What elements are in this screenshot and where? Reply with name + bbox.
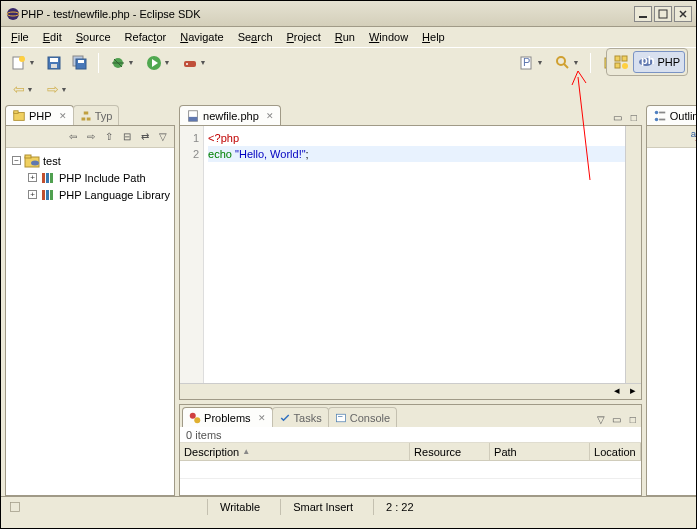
php-perspective-label: PHP <box>657 56 680 68</box>
tree-lang-library[interactable]: + PHP Language Library <box>10 186 170 203</box>
tasks-icon <box>279 412 291 424</box>
php-explorer-tab[interactable]: PHP ✕ <box>5 105 74 125</box>
problems-tab-close[interactable]: ✕ <box>258 413 266 423</box>
svg-rect-13 <box>78 60 84 63</box>
nav-toolbar: ⇦▼ ⇨▼ <box>1 77 696 101</box>
expander-minus-icon[interactable]: − <box>12 156 21 165</box>
outline-tab[interactable]: Outline <box>646 105 697 125</box>
status-bar: Writable Smart Insert 2 : 22 <box>1 496 696 516</box>
svg-point-53 <box>194 417 200 423</box>
svg-point-20 <box>186 63 188 65</box>
project-label: test <box>43 155 61 167</box>
php-tab-icon <box>12 109 26 123</box>
svg-text:P: P <box>523 56 530 68</box>
view-menu-icon[interactable]: ▽ <box>155 129 171 145</box>
menu-run[interactable]: Run <box>329 29 361 45</box>
php-tab-close[interactable]: ✕ <box>59 111 67 121</box>
svg-rect-38 <box>83 111 88 114</box>
svg-line-24 <box>564 64 568 68</box>
svg-rect-47 <box>42 190 45 200</box>
php-icon: php <box>638 54 654 70</box>
menu-project[interactable]: Project <box>281 29 327 45</box>
external-tools-button[interactable]: ▼ <box>178 52 210 74</box>
include-path-label: PHP Include Path <box>59 172 146 184</box>
new-button[interactable]: ▼ <box>7 52 39 74</box>
svg-point-7 <box>19 56 25 62</box>
back-nav-icon[interactable]: ⇦ <box>65 129 81 145</box>
problems-maximize-icon[interactable]: □ <box>625 411 641 427</box>
link-editor-icon[interactable]: ⇄ <box>137 129 153 145</box>
status-cursor-position: 2 : 22 <box>373 499 426 515</box>
outline-toolbar: az ▽ <box>647 126 697 148</box>
table-row <box>180 461 641 479</box>
svg-rect-44 <box>42 173 45 183</box>
back-button[interactable]: ⇦▼ <box>7 78 39 100</box>
vertical-scrollbar[interactable] <box>625 126 641 383</box>
tree-include-path[interactable]: + PHP Include Path <box>10 169 170 186</box>
php-file-icon <box>186 109 200 123</box>
menu-bar: File Edit Source Refactor Navigate Searc… <box>1 27 696 47</box>
view-menu-icon[interactable]: ▽ <box>593 411 609 427</box>
editor-maximize-icon[interactable]: □ <box>626 109 642 125</box>
open-perspective-button[interactable] <box>609 52 633 72</box>
php-perspective-button[interactable]: php PHP <box>633 51 685 73</box>
library-icon <box>40 188 56 202</box>
close-button[interactable] <box>674 6 692 22</box>
code-editor[interactable]: 1 2 <?php echo "Hello, World!"; <box>180 126 641 383</box>
menu-file[interactable]: File <box>5 29 35 45</box>
forward-button[interactable]: ⇨▼ <box>41 78 73 100</box>
tree-project[interactable]: − test <box>10 152 170 169</box>
line-gutter: 1 2 <box>180 126 204 383</box>
type-hierarchy-tab[interactable]: Typ <box>73 105 120 125</box>
svg-rect-49 <box>50 190 53 200</box>
menu-help[interactable]: Help <box>416 29 451 45</box>
expander-plus-icon[interactable]: + <box>28 173 37 182</box>
menu-navigate[interactable]: Navigate <box>174 29 229 45</box>
type-tab-icon <box>80 110 92 122</box>
svg-rect-51 <box>189 116 198 120</box>
svg-point-33 <box>622 63 628 69</box>
up-nav-icon[interactable]: ⇧ <box>101 129 117 145</box>
forward-nav-icon[interactable]: ⇨ <box>83 129 99 145</box>
maximize-button[interactable] <box>654 6 672 22</box>
collapse-all-icon[interactable]: ⊟ <box>119 129 135 145</box>
menu-window[interactable]: Window <box>363 29 414 45</box>
tasks-tab[interactable]: Tasks <box>272 407 329 427</box>
col-location[interactable]: Location <box>590 443 641 460</box>
editor-minimize-icon[interactable]: ▭ <box>610 109 626 125</box>
debug-button[interactable]: ▼ <box>106 52 138 74</box>
save-all-button[interactable] <box>69 52 91 74</box>
col-path[interactable]: Path <box>490 443 590 460</box>
editor-tab[interactable]: newfile.php ✕ <box>179 105 281 125</box>
problems-view: Problems ✕ Tasks Console ▽ ▭ □ 0 items <box>179 404 642 496</box>
code-token: ; <box>306 148 309 160</box>
svg-rect-19 <box>184 61 196 67</box>
minimize-button[interactable] <box>634 6 652 22</box>
horizontal-scrollbar[interactable]: ◂▸ <box>180 383 641 399</box>
col-description[interactable]: Description▲ <box>180 443 410 460</box>
menu-edit[interactable]: Edit <box>37 29 68 45</box>
search-button[interactable]: ▼ <box>551 52 583 74</box>
outline-sort-icon[interactable]: az <box>688 129 697 145</box>
new-php-button[interactable]: P▼ <box>515 52 547 74</box>
col-resource[interactable]: Resource <box>410 443 490 460</box>
svg-point-23 <box>557 57 565 65</box>
svg-rect-30 <box>615 56 620 61</box>
svg-rect-31 <box>622 56 627 61</box>
editor-tab-close[interactable]: ✕ <box>266 111 274 121</box>
problems-icon <box>189 412 201 424</box>
menu-refactor[interactable]: Refactor <box>119 29 173 45</box>
save-button[interactable] <box>43 52 65 74</box>
code-area[interactable]: <?php echo "Hello, World!"; <box>204 126 625 383</box>
menu-search[interactable]: Search <box>232 29 279 45</box>
run-button[interactable]: ▼ <box>142 52 174 74</box>
console-tab[interactable]: Console <box>328 407 397 427</box>
svg-rect-48 <box>46 190 49 200</box>
expander-plus-icon[interactable]: + <box>28 190 37 199</box>
svg-rect-2 <box>639 16 647 18</box>
svg-rect-42 <box>25 155 31 158</box>
problems-minimize-icon[interactable]: ▭ <box>609 411 625 427</box>
svg-rect-54 <box>336 414 345 422</box>
menu-source[interactable]: Source <box>70 29 117 45</box>
problems-tab[interactable]: Problems ✕ <box>182 407 272 427</box>
